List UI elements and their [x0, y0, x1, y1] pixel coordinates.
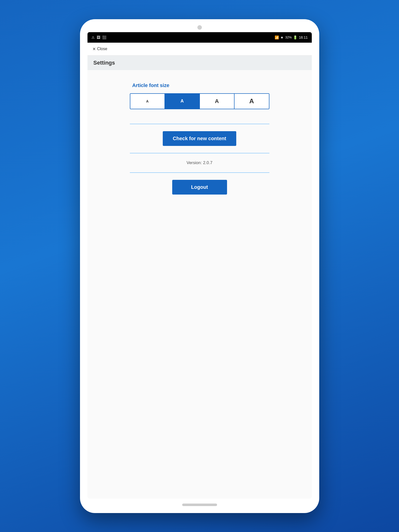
- divider-1: [130, 124, 269, 124]
- page-title: Settings: [93, 60, 306, 66]
- font-size-section: Article font size A A A A: [130, 83, 269, 109]
- battery-icon: 🔋: [293, 35, 297, 39]
- divider-2: [130, 153, 269, 153]
- check-content-button[interactable]: Check for new content: [163, 131, 236, 146]
- usb-icon: ⬛: [102, 35, 106, 39]
- screen: ⚠ 🖼 ⬛ 📶 ★ 32% 🔋 16:11 ✕ Close Settings: [87, 32, 312, 499]
- version-text: Version: 2.0.7: [187, 160, 213, 165]
- status-bar-left: ⚠ 🖼 ⬛: [91, 35, 106, 39]
- battery-level: 32%: [285, 35, 292, 39]
- warning-icon: ⚠: [91, 35, 95, 39]
- close-icon: ✕: [92, 47, 96, 51]
- tablet-device: ⚠ 🖼 ⬛ 📶 ★ 32% 🔋 16:11 ✕ Close Settings: [80, 19, 319, 513]
- font-size-large[interactable]: A: [200, 94, 235, 109]
- logout-button[interactable]: Logout: [172, 180, 227, 195]
- close-button[interactable]: ✕ Close: [92, 47, 107, 51]
- camera: [197, 25, 202, 30]
- image-icon: 🖼: [97, 35, 100, 39]
- divider-3: [130, 172, 269, 173]
- font-size-xlarge[interactable]: A: [235, 94, 269, 109]
- status-bar-right: 📶 ★ 32% 🔋 16:11: [275, 35, 308, 39]
- font-size-medium[interactable]: A: [165, 94, 200, 109]
- font-size-picker: A A A A: [130, 93, 269, 109]
- main-content: Article font size A A A A Check for new …: [87, 70, 312, 499]
- close-label: Close: [97, 47, 107, 51]
- font-size-small[interactable]: A: [130, 94, 165, 109]
- clock: 16:11: [299, 35, 308, 39]
- signal-icon: ★: [280, 35, 284, 39]
- status-bar: ⚠ 🖼 ⬛ 📶 ★ 32% 🔋 16:11: [87, 32, 312, 43]
- bluetooth-icon: 📶: [275, 35, 279, 39]
- settings-header: Settings: [87, 56, 312, 70]
- home-indicator: [182, 504, 217, 506]
- nav-bar: ✕ Close: [87, 43, 312, 56]
- font-size-label: Article font size: [130, 83, 169, 88]
